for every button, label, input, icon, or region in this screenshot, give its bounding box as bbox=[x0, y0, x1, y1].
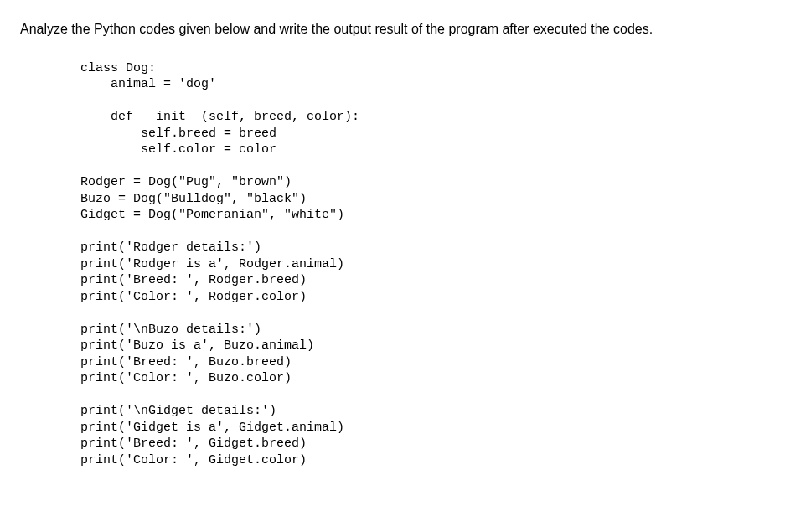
code-line: self.breed = breed bbox=[80, 127, 276, 141]
code-line: print('\nBuzo details:') bbox=[80, 323, 261, 337]
code-line: print('Breed: ', Rodger.breed) bbox=[80, 273, 307, 287]
code-line: Gidget = Dog("Pomeranian", "white") bbox=[80, 208, 344, 222]
code-line: print('Rodger is a', Rodger.animal) bbox=[80, 257, 344, 271]
code-line: print('\nGidget details:') bbox=[80, 404, 276, 418]
code-line: print('Buzo is a', Buzo.animal) bbox=[80, 338, 314, 353]
code-line: def __init__(self, breed, color): bbox=[80, 110, 359, 124]
code-line: print('Breed: ', Gidget.breed) bbox=[80, 436, 307, 451]
code-line: print('Color: ', Rodger.color) bbox=[80, 290, 307, 304]
code-line: Buzo = Dog("Bulldog", "black") bbox=[80, 192, 307, 206]
instruction-text: Analyze the Python codes given below and… bbox=[20, 20, 765, 39]
code-line: self.color = color bbox=[80, 142, 276, 157]
code-line: print('Color: ', Gidget.color) bbox=[80, 453, 307, 467]
code-line: class Dog: bbox=[80, 61, 156, 75]
code-line: print('Breed: ', Buzo.breed) bbox=[80, 355, 292, 369]
code-line: print('Color: ', Buzo.color) bbox=[80, 371, 292, 385]
code-line: print('Gidget is a', Gidget.animal) bbox=[80, 421, 344, 435]
code-line: Rodger = Dog("Pug", "brown") bbox=[80, 175, 292, 189]
code-block: class Dog: animal = 'dog' def __init__(s… bbox=[80, 60, 765, 469]
code-line: animal = 'dog' bbox=[80, 77, 216, 91]
code-line: print('Rodger details:') bbox=[80, 240, 261, 255]
